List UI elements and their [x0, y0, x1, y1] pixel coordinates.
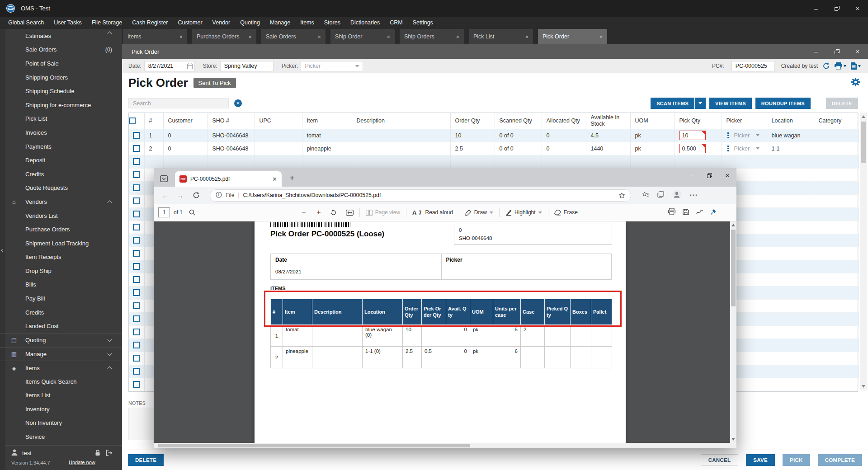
- new-tab-icon[interactable]: +: [290, 176, 294, 180]
- tab-close-icon[interactable]: ×: [317, 33, 321, 40]
- document-tab[interactable]: Pick Order ×: [538, 29, 607, 44]
- column-header[interactable]: Available in Stock: [586, 113, 630, 129]
- sidebar-item[interactable]: Landed Cost: [0, 319, 122, 333]
- pdf-viewport[interactable]: Pick Order PC-0000525 (Loose) 0 SHO-0046…: [154, 221, 730, 443]
- column-header[interactable]: Item: [302, 113, 352, 129]
- inner-close-button[interactable]: ×: [847, 44, 868, 59]
- menu-item[interactable]: Quoting: [235, 17, 265, 29]
- menu-item[interactable]: Settings: [408, 17, 438, 29]
- document-tab[interactable]: Pick List ×: [469, 29, 533, 44]
- sidebar-item[interactable]: Invoices: [0, 126, 122, 140]
- address-bar[interactable]: File | C:/Users/Karina_Shchitova/Downloa…: [210, 189, 631, 202]
- scan-items-button[interactable]: SCAN ITEMS: [651, 98, 694, 109]
- row-checkbox[interactable]: [133, 237, 140, 244]
- sign-out-icon[interactable]: [106, 450, 113, 458]
- scan-items-dropdown[interactable]: [695, 98, 706, 109]
- scrollbar-thumb[interactable]: [158, 444, 470, 447]
- document-tab[interactable]: Items ×: [123, 29, 187, 44]
- reload-icon[interactable]: [193, 192, 200, 199]
- lock-icon[interactable]: [95, 450, 100, 458]
- export-document-button[interactable]: [851, 62, 861, 70]
- forward-icon[interactable]: →: [177, 192, 184, 199]
- pick-qty-input[interactable]: 0.500: [679, 144, 706, 153]
- row-picker-dropdown[interactable]: Picker: [734, 146, 750, 152]
- sidebar-item[interactable]: Credits: [0, 167, 122, 181]
- sidebar-item[interactable]: Credits: [0, 306, 122, 320]
- browser-close-button[interactable]: ✕: [718, 168, 736, 183]
- sidebar-item[interactable]: Point of Sale: [0, 56, 122, 70]
- row-checkbox[interactable]: [133, 211, 140, 217]
- inner-restore-button[interactable]: [826, 44, 847, 59]
- row-checkbox[interactable]: [133, 315, 140, 322]
- sidebar-item[interactable]: Quoting: [0, 333, 122, 347]
- row-checkbox[interactable]: [133, 132, 140, 139]
- tab-actions-icon[interactable]: [160, 175, 168, 182]
- menu-item[interactable]: Global Search: [3, 17, 49, 29]
- row-actions-icon[interactable]: [727, 148, 729, 149]
- rotate-icon[interactable]: [330, 209, 337, 216]
- sidebar-item[interactable]: Shipping Orders: [0, 70, 122, 85]
- sidebar-item[interactable]: Shipping Schedule: [0, 84, 122, 98]
- tab-close-icon[interactable]: ×: [456, 33, 459, 40]
- close-button[interactable]: ×: [847, 0, 868, 17]
- tab-close-icon[interactable]: ×: [525, 33, 528, 40]
- save-button[interactable]: SAVE: [746, 454, 775, 466]
- row-checkbox[interactable]: [133, 158, 140, 165]
- delete-button[interactable]: DELETE: [128, 454, 164, 466]
- sidebar-item[interactable]: Items List: [0, 388, 122, 402]
- refresh-icon[interactable]: [822, 62, 830, 70]
- sidebar-item[interactable]: Service: [0, 430, 122, 444]
- column-header[interactable]: Category: [814, 113, 859, 129]
- document-tab[interactable]: Sale Orders ×: [261, 29, 326, 44]
- row-checkbox[interactable]: [133, 276, 140, 283]
- document-tab[interactable]: Purchase Orders ×: [192, 29, 256, 44]
- browser-maximize-button[interactable]: [700, 168, 718, 183]
- row-checkbox[interactable]: [133, 224, 140, 230]
- sho-link[interactable]: SHO-0046648: [208, 129, 255, 142]
- tab-close-icon[interactable]: ✕: [272, 176, 277, 183]
- sidebar-item[interactable]: Item Receipts: [0, 250, 122, 264]
- roundup-items-button[interactable]: ROUNDUP ITEMS: [755, 98, 811, 109]
- sho-link[interactable]: SHO-0046648: [208, 142, 255, 155]
- sidebar-item[interactable]: Inventory: [0, 402, 122, 416]
- sidebar-item[interactable]: Manage: [0, 347, 122, 361]
- menu-item[interactable]: File Storage: [87, 17, 127, 29]
- zoom-in-icon[interactable]: +: [316, 208, 321, 216]
- draw-button[interactable]: Draw: [465, 209, 493, 216]
- row-picker-dropdown[interactable]: Picker: [734, 132, 750, 139]
- page-number-input[interactable]: 1: [158, 207, 170, 217]
- scroll-up-icon[interactable]: [862, 115, 865, 118]
- complete-button[interactable]: COMPLETE: [818, 454, 862, 466]
- print-icon[interactable]: [668, 208, 675, 216]
- menu-item[interactable]: Manage: [265, 17, 295, 29]
- column-header[interactable]: Location: [767, 113, 814, 129]
- highlight-button[interactable]: Highlight: [505, 209, 542, 216]
- row-checkbox[interactable]: [133, 381, 140, 388]
- sidebar-item[interactable]: Purchase Orders: [0, 222, 122, 236]
- sidebar-item[interactable]: Vendors: [0, 195, 122, 209]
- sidebar-item[interactable]: Vendors List: [0, 209, 122, 223]
- sidebar-item[interactable]: Estimates: [0, 29, 122, 43]
- signature-icon[interactable]: [696, 209, 703, 216]
- column-header[interactable]: Description: [352, 113, 450, 129]
- sidebar-item[interactable]: Non Inventory: [0, 416, 122, 430]
- row-checkbox[interactable]: [133, 342, 140, 348]
- column-header[interactable]: Order Qty: [450, 113, 495, 129]
- column-header[interactable]: #: [144, 113, 163, 129]
- sidebar-item[interactable]: Bills: [0, 278, 122, 292]
- menu-item[interactable]: Vendor: [208, 17, 236, 29]
- column-header[interactable]: Scanned Qty: [495, 113, 542, 129]
- sidebar-item[interactable]: Pick List: [0, 112, 122, 126]
- row-checkbox[interactable]: [133, 302, 140, 309]
- minimize-button[interactable]: –: [806, 0, 826, 17]
- pick-button[interactable]: PICK: [783, 454, 810, 466]
- search-clear-icon[interactable]: ✕: [234, 99, 242, 107]
- scrollbar-thumb[interactable]: [731, 230, 736, 306]
- row-checkbox[interactable]: [133, 355, 140, 362]
- table-row[interactable]: 1 0 SHO-0046648 tomat 10 0 of 0 0 4.5 pk…: [129, 129, 859, 142]
- row-checkbox[interactable]: [133, 184, 140, 191]
- menu-item[interactable]: Customer: [173, 17, 207, 29]
- collections-icon[interactable]: [657, 191, 664, 200]
- menu-item[interactable]: CRM: [385, 17, 407, 29]
- zoom-out-icon[interactable]: −: [302, 208, 306, 216]
